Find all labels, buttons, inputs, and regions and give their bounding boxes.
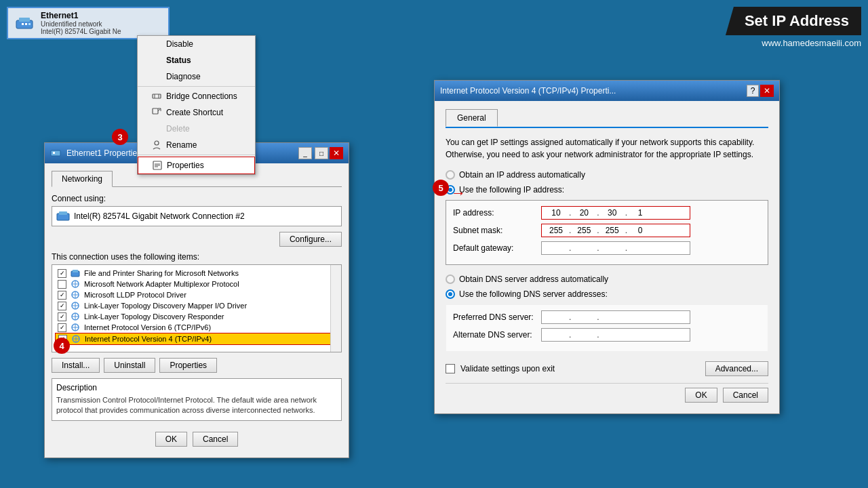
install-btn-row: Install... Uninstall Properties [52, 358, 342, 373]
subnet-row: Subnet mask: 255 . 255 . 255 . 0 [453, 224, 761, 237]
ip-fields-box: IP address: 10 . 20 . 30 . 1 Subnet mask… [446, 200, 768, 265]
alternate-dns-input[interactable]: . . [541, 328, 690, 342]
ip-address-label: IP address: [453, 208, 541, 218]
ctx-delete: Delete [138, 121, 255, 137]
adapter-network: Unidentified network [41, 20, 121, 28]
uninstall-btn[interactable]: Uninstall [104, 358, 155, 373]
list-item[interactable]: ✓ Link-Layer Topology Discovery Mapper I… [55, 300, 338, 311]
eth-ok-cancel-row: OK Cancel [52, 428, 342, 451]
validate-checkbox[interactable] [446, 364, 455, 373]
adapter-item[interactable]: Ethernet1 Unidentified network Intel(R) … [7, 7, 170, 39]
svg-rect-5 [153, 94, 161, 98]
ipv4-tab-general[interactable]: General [446, 109, 498, 127]
rename-icon [151, 140, 162, 150]
bridge-icon [151, 91, 162, 102]
check-0[interactable]: ✓ [58, 269, 66, 278]
dns-section: Obtain DNS server address automatically … [446, 274, 768, 352]
radio-auto-dns-label: Obtain DNS server address automatically [459, 274, 608, 284]
list-item[interactable]: ✓ File and Printer Sharing for Microsoft… [55, 268, 338, 279]
tab-networking[interactable]: Networking [52, 171, 113, 187]
ipv4-cancel-btn[interactable]: Cancel [723, 388, 768, 403]
ctx-properties[interactable]: Properties [138, 157, 255, 174]
ipv4-ok-btn[interactable]: OK [685, 388, 717, 403]
configure-btn[interactable]: Configure... [279, 232, 342, 247]
properties-btn[interactable]: Properties [159, 358, 217, 373]
net-icon-3 [71, 301, 80, 310]
ctx-sep1 [138, 86, 255, 87]
ip-address-input[interactable]: 10 . 20 . 30 . 1 [541, 206, 690, 220]
eth-dialog-body: Networking Connect using: Intel(R) 82574… [45, 163, 349, 458]
gateway-label: Default gateway: [453, 243, 541, 253]
check-4[interactable]: ✓ [58, 312, 66, 321]
step-3-badge: 3 [112, 129, 128, 145]
eth-cancel-btn[interactable]: Cancel [193, 432, 238, 447]
items-list: ✓ File and Printer Sharing for Microsoft… [52, 264, 342, 352]
validate-row: Validate settings upon exit Advanced... [446, 361, 768, 376]
net-icon-6 [71, 334, 81, 344]
branding-block: Set IP Address www.hamedesmaeili.com [726, 7, 861, 48]
advanced-btn[interactable]: Advanced... [705, 361, 768, 376]
ipv4-dialog: Internet Protocol Version 4 (TCP/IPv4) P… [434, 80, 780, 414]
disable-icon [151, 39, 162, 49]
ipv4-help-btn[interactable]: ? [747, 85, 759, 97]
ctx-diagnose[interactable]: Diagnose [138, 68, 255, 85]
adapter-display: Intel(R) 82574L Gigabit Network Connecti… [52, 206, 342, 226]
svg-rect-17 [59, 211, 67, 215]
radio-auto-dns[interactable] [446, 274, 455, 284]
status-icon [151, 55, 162, 66]
description-box: Description Transmission Control Protoco… [52, 378, 342, 421]
check-3[interactable]: ✓ [58, 302, 66, 310]
ctx-disable[interactable]: Disable [138, 36, 255, 52]
network-adapter-icon [14, 12, 35, 34]
ctx-bridge[interactable]: Bridge Connections [138, 88, 255, 104]
subnet-input[interactable]: 255 . 255 . 255 . 0 [541, 224, 690, 237]
eth-ok-btn[interactable]: OK [155, 432, 187, 447]
preferred-dns-input[interactable]: . . [541, 310, 690, 324]
radio-manual-ip-label: Use the following IP address: [459, 185, 564, 195]
gateway-row: Default gateway: . . . [453, 241, 761, 255]
branding-title: Set IP Address [726, 7, 861, 35]
net-icon-2 [71, 290, 80, 300]
ctx-sep2 [138, 155, 255, 155]
check-2[interactable]: ✓ [58, 291, 66, 300]
arrow-5: → [451, 184, 466, 202]
ipv4-close-btn[interactable]: ✕ [760, 85, 774, 97]
radio-manual-dns-label: Use the following DNS server addresses: [459, 289, 608, 299]
ipv4-title: Internet Protocol Version 4 (TCP/IPv4) P… [440, 86, 616, 96]
radio-auto-ip[interactable] [446, 170, 455, 180]
list-item[interactable]: ✓ Link-Layer Topology Discovery Responde… [55, 311, 338, 322]
list-item-ipv4[interactable]: ✓ Internet Protocol Version 4 (TCP/IPv4) [55, 333, 338, 345]
ctx-rename[interactable]: Rename [138, 137, 255, 153]
list-item[interactable]: ✓ Microsoft LLDP Protocol Driver [55, 289, 338, 300]
net-icon-5 [71, 323, 80, 332]
maximize-btn[interactable]: □ [315, 147, 328, 159]
list-scrollbar[interactable] [330, 265, 341, 352]
ip-address-row: IP address: 10 . 20 . 30 . 1 [453, 206, 761, 220]
eth-close-btn[interactable]: ✕ [330, 147, 343, 159]
adapter-area: Ethernet1 Unidentified network Intel(R) … [7, 7, 170, 39]
install-btn[interactable]: Install... [52, 358, 100, 373]
minimize-btn[interactable]: _ [298, 147, 312, 159]
ctx-shortcut[interactable]: Create Shortcut [138, 104, 255, 121]
svg-rect-1 [19, 18, 30, 22]
titlebar-icon [50, 148, 61, 159]
ipv4-titlebar: Internet Protocol Version 4 (TCP/IPv4) P… [435, 81, 779, 101]
validate-label: Validate settings upon exit [460, 364, 555, 373]
context-menu: Disable Status Diagnose Bridge Connectio… [137, 35, 256, 175]
list-item[interactable]: Microsoft Network Adapter Multiplexor Pr… [55, 279, 338, 289]
list-item[interactable]: ✓ Internet Protocol Version 6 (TCP/IPv6) [55, 322, 338, 333]
properties-icon [152, 160, 163, 171]
titlebar-left: Ethernet1 Properties [50, 148, 141, 159]
check-5[interactable]: ✓ [58, 323, 66, 332]
connect-using-label: Connect using: [52, 194, 342, 203]
adapter-name: Ethernet1 [41, 11, 121, 20]
alternate-dns-label: Alternate DNS server: [453, 330, 541, 340]
check-1[interactable] [58, 280, 66, 289]
svg-point-9 [155, 141, 159, 145]
radio-manual-dns[interactable] [446, 289, 455, 299]
ipv4-title-btns: ? ✕ [747, 85, 774, 97]
net-icon-1 [71, 279, 80, 289]
gateway-input[interactable]: . . . [541, 241, 690, 255]
ctx-status[interactable]: Status [138, 52, 255, 68]
eth-properties-dialog: Ethernet1 Properties _ □ ✕ Networking Co… [44, 142, 349, 458]
